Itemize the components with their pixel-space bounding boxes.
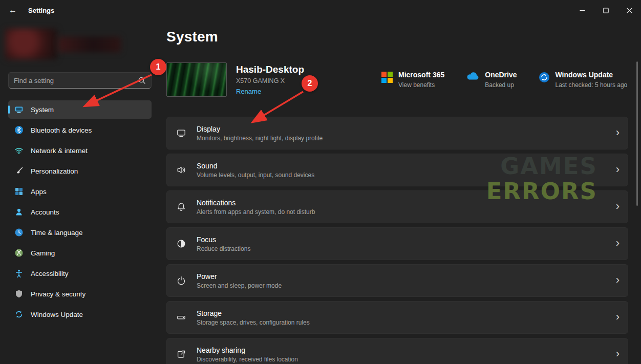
chevron-right-icon: › (616, 311, 619, 324)
sidebar-item-windows-update[interactable]: Windows Update (8, 305, 152, 324)
device-model: X570 GAMING X (236, 77, 304, 84)
status-title: Windows Update (555, 71, 628, 79)
main-content: System Hasib-Desktop X570 GAMING X Renam… (166, 20, 641, 364)
sidebar-item-label: Windows Update (31, 311, 83, 318)
card-title: Notifications (197, 199, 315, 207)
share-icon (176, 349, 186, 359)
person-icon (14, 207, 24, 217)
close-button[interactable] (617, 0, 641, 20)
focus-card[interactable]: Focus Reduce distractions › (166, 227, 628, 260)
device-info: Hasib-Desktop X570 GAMING X Rename (236, 62, 304, 97)
power-icon (176, 275, 186, 286)
sidebar-item-accounts[interactable]: Accounts (8, 203, 152, 221)
chevron-right-icon: › (616, 201, 619, 213)
search-icon[interactable] (138, 76, 146, 84)
accessibility-icon (14, 269, 24, 278)
microsoft-365-icon (381, 71, 393, 89)
user-profile[interactable] (4, 27, 120, 61)
status-subtitle: View benefits (398, 81, 444, 89)
window-controls (570, 0, 641, 20)
status-title: Microsoft 365 (398, 71, 444, 79)
sidebar-item-accessibility[interactable]: Accessibility (8, 264, 152, 283)
chevron-right-icon: › (616, 348, 619, 361)
sidebar-item-gaming[interactable]: Gaming (8, 244, 152, 262)
sidebar-item-personalization[interactable]: Personalization (8, 162, 152, 180)
card-subtitle: Monitors, brightness, night light, displ… (197, 135, 323, 142)
bluetooth-icon (14, 125, 24, 135)
sidebar-item-label: Time & language (31, 229, 83, 237)
sidebar-nav: System Bluetooth & devices Network & int… (8, 100, 152, 324)
sidebar-item-label: Network & internet (31, 147, 88, 155)
notifications-card[interactable]: Notifications Alerts from apps and syste… (166, 190, 628, 223)
maximize-button[interactable] (594, 0, 617, 20)
wifi-icon (14, 146, 24, 155)
window-title: Settings (28, 7, 54, 14)
sidebar-item-apps[interactable]: Apps (8, 182, 152, 201)
avatar (5, 29, 57, 59)
paintbrush-icon (14, 166, 24, 176)
sidebar-item-label: Accessibility (31, 270, 69, 277)
xbox-icon (14, 248, 24, 258)
card-title: Power (197, 272, 282, 281)
search-input[interactable] (9, 77, 138, 84)
sidebar-item-time-language[interactable]: Time & language (8, 223, 152, 242)
page-title: System (166, 29, 218, 45)
windows-update-icon (539, 71, 550, 89)
desktop-wallpaper-thumbnail (166, 62, 227, 97)
sidebar-item-system[interactable]: System (8, 100, 152, 119)
user-name-redacted (58, 37, 121, 52)
sidebar-item-privacy-security[interactable]: Privacy & security (8, 285, 152, 303)
rename-link[interactable]: Rename (236, 88, 261, 95)
shield-icon (14, 289, 24, 298)
card-title: Focus (197, 235, 250, 244)
chevron-right-icon: › (616, 274, 619, 287)
focus-icon (176, 239, 186, 249)
sidebar-item-label: Apps (31, 188, 47, 196)
power-card[interactable]: Power Screen and sleep, power mode › (166, 264, 628, 297)
card-title: Storage (197, 309, 310, 317)
card-subtitle: Discoverability, received files location (197, 356, 298, 363)
sidebar-item-label: Gaming (31, 249, 55, 257)
display-card[interactable]: Display Monitors, brightness, night ligh… (166, 117, 628, 149)
minimize-button[interactable] (570, 0, 594, 20)
settings-window: ← Settings (0, 0, 641, 364)
display-icon (176, 128, 186, 138)
card-subtitle: Reduce distractions (197, 245, 250, 252)
sidebar-item-label: Personalization (31, 167, 78, 175)
status-title: OneDrive (485, 71, 517, 79)
sound-card[interactable]: Sound Volume levels, output, input, soun… (166, 154, 628, 186)
windows-update-status[interactable]: Windows Update Last checked: 5 hours ago (539, 71, 628, 89)
back-arrow-icon: ← (9, 6, 17, 15)
titlebar: ← Settings (0, 0, 641, 20)
sidebar-item-network-internet[interactable]: Network & internet (8, 141, 152, 160)
sidebar: System Bluetooth & devices Network & int… (0, 20, 160, 364)
storage-drive-icon (176, 312, 186, 323)
card-subtitle: Storage space, drives, configuration rul… (197, 319, 310, 326)
system-monitor-icon (14, 105, 24, 114)
device-name: Hasib-Desktop (236, 64, 304, 75)
card-subtitle: Alerts from apps and system, do not dist… (197, 208, 315, 216)
vertical-scrollbar-thumb[interactable] (636, 61, 638, 206)
sidebar-item-bluetooth-devices[interactable]: Bluetooth & devices (8, 121, 152, 139)
settings-cards: Display Monitors, brightness, night ligh… (166, 117, 628, 364)
search-box (8, 72, 152, 89)
microsoft-365-status[interactable]: Microsoft 365 View benefits (381, 71, 444, 89)
sidebar-item-label: Bluetooth & devices (31, 126, 92, 134)
sidebar-item-label: Accounts (31, 208, 59, 216)
storage-card[interactable]: Storage Storage space, drives, configura… (166, 301, 628, 334)
nearby-sharing-card[interactable]: Nearby sharing Discoverability, received… (166, 338, 628, 364)
minimize-icon (580, 8, 585, 13)
onedrive-status[interactable]: OneDrive Backed up (466, 71, 517, 89)
sidebar-item-label: System (31, 106, 54, 114)
back-button[interactable]: ← (3, 2, 23, 18)
status-subtitle: Last checked: 5 hours ago (555, 81, 628, 89)
chevron-right-icon: › (616, 127, 619, 140)
close-icon (627, 8, 632, 13)
status-subtitle: Backed up (485, 81, 517, 89)
apps-grid-icon (14, 187, 24, 196)
clock-icon (14, 228, 24, 237)
status-row: Microsoft 365 View benefits OneDrive Bac… (381, 71, 627, 89)
card-title: Display (197, 125, 323, 133)
chevron-right-icon: › (616, 164, 619, 177)
update-arrows-icon (14, 310, 24, 319)
